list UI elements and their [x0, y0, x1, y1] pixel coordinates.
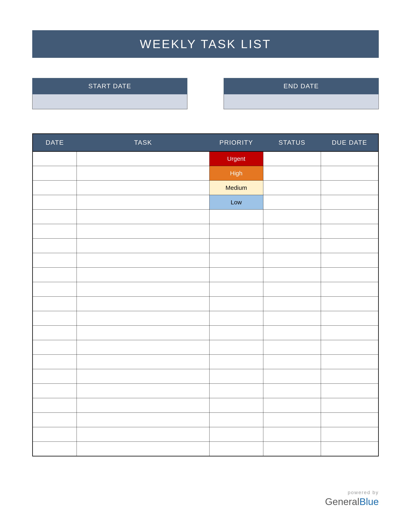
cell-due[interactable]	[321, 369, 378, 384]
cell-priority[interactable]	[209, 326, 263, 340]
cell-status[interactable]	[263, 311, 321, 326]
cell-date[interactable]	[33, 413, 77, 427]
cell-due[interactable]	[321, 413, 378, 427]
cell-due[interactable]	[321, 209, 378, 224]
cell-due[interactable]	[321, 297, 378, 311]
cell-due[interactable]	[321, 238, 378, 253]
cell-status[interactable]	[263, 398, 321, 413]
cell-status[interactable]	[263, 413, 321, 427]
cell-status[interactable]	[263, 152, 321, 166]
cell-status[interactable]	[263, 238, 321, 253]
cell-priority[interactable]	[209, 209, 263, 224]
cell-task[interactable]	[77, 282, 209, 297]
cell-priority[interactable]	[209, 355, 263, 369]
cell-date[interactable]	[33, 297, 77, 311]
cell-priority[interactable]	[209, 369, 263, 384]
cell-task[interactable]	[77, 209, 209, 224]
cell-task[interactable]	[77, 355, 209, 369]
cell-date[interactable]	[33, 268, 77, 282]
cell-date[interactable]	[33, 195, 77, 209]
cell-date[interactable]	[33, 209, 77, 224]
cell-due[interactable]	[321, 384, 378, 398]
cell-status[interactable]	[263, 180, 321, 195]
cell-due[interactable]	[321, 398, 378, 413]
cell-priority[interactable]	[209, 442, 263, 456]
cell-due[interactable]	[321, 282, 378, 297]
cell-date[interactable]	[33, 398, 77, 413]
cell-task[interactable]	[77, 297, 209, 311]
cell-task[interactable]	[77, 369, 209, 384]
cell-priority[interactable]	[209, 311, 263, 326]
cell-task[interactable]	[77, 384, 209, 398]
cell-due[interactable]	[321, 340, 378, 355]
cell-due[interactable]	[321, 152, 378, 166]
cell-status[interactable]	[263, 282, 321, 297]
cell-status[interactable]	[263, 442, 321, 456]
cell-due[interactable]	[321, 442, 378, 456]
cell-date[interactable]	[33, 355, 77, 369]
cell-task[interactable]	[77, 152, 209, 166]
cell-status[interactable]	[263, 427, 321, 442]
cell-due[interactable]	[321, 326, 378, 340]
cell-priority[interactable]	[209, 413, 263, 427]
cell-status[interactable]	[263, 224, 321, 238]
cell-date[interactable]	[33, 326, 77, 340]
cell-due[interactable]	[321, 268, 378, 282]
cell-task[interactable]	[77, 413, 209, 427]
cell-status[interactable]	[263, 384, 321, 398]
cell-task[interactable]	[77, 224, 209, 238]
cell-priority[interactable]: Medium	[209, 180, 263, 195]
cell-due[interactable]	[321, 195, 378, 209]
start-date-input[interactable]	[32, 94, 187, 109]
cell-date[interactable]	[33, 369, 77, 384]
cell-due[interactable]	[321, 311, 378, 326]
cell-status[interactable]	[263, 166, 321, 180]
cell-priority[interactable]	[209, 238, 263, 253]
cell-date[interactable]	[33, 238, 77, 253]
cell-task[interactable]	[77, 442, 209, 456]
cell-task[interactable]	[77, 166, 209, 180]
cell-task[interactable]	[77, 311, 209, 326]
cell-date[interactable]	[33, 166, 77, 180]
cell-status[interactable]	[263, 209, 321, 224]
cell-status[interactable]	[263, 326, 321, 340]
cell-status[interactable]	[263, 355, 321, 369]
cell-task[interactable]	[77, 268, 209, 282]
cell-priority[interactable]	[209, 427, 263, 442]
cell-due[interactable]	[321, 166, 378, 180]
cell-priority[interactable]	[209, 297, 263, 311]
cell-task[interactable]	[77, 340, 209, 355]
cell-priority[interactable]	[209, 224, 263, 238]
cell-priority[interactable]	[209, 340, 263, 355]
cell-date[interactable]	[33, 152, 77, 166]
cell-status[interactable]	[263, 268, 321, 282]
cell-status[interactable]	[263, 340, 321, 355]
cell-task[interactable]	[77, 427, 209, 442]
cell-date[interactable]	[33, 224, 77, 238]
cell-priority[interactable]	[209, 268, 263, 282]
cell-due[interactable]	[321, 224, 378, 238]
cell-task[interactable]	[77, 180, 209, 195]
end-date-input[interactable]	[224, 94, 379, 109]
cell-date[interactable]	[33, 384, 77, 398]
cell-task[interactable]	[77, 398, 209, 413]
cell-due[interactable]	[321, 355, 378, 369]
cell-date[interactable]	[33, 311, 77, 326]
cell-date[interactable]	[33, 427, 77, 442]
cell-status[interactable]	[263, 369, 321, 384]
cell-priority[interactable]	[209, 398, 263, 413]
cell-date[interactable]	[33, 282, 77, 297]
cell-due[interactable]	[321, 180, 378, 195]
cell-due[interactable]	[321, 427, 378, 442]
cell-due[interactable]	[321, 253, 378, 268]
cell-priority[interactable]: Low	[209, 195, 263, 209]
cell-date[interactable]	[33, 253, 77, 268]
cell-task[interactable]	[77, 238, 209, 253]
cell-date[interactable]	[33, 180, 77, 195]
cell-priority[interactable]	[209, 282, 263, 297]
cell-priority[interactable]: Urgent	[209, 152, 263, 166]
cell-task[interactable]	[77, 195, 209, 209]
cell-date[interactable]	[33, 442, 77, 456]
cell-priority[interactable]	[209, 253, 263, 268]
cell-status[interactable]	[263, 297, 321, 311]
